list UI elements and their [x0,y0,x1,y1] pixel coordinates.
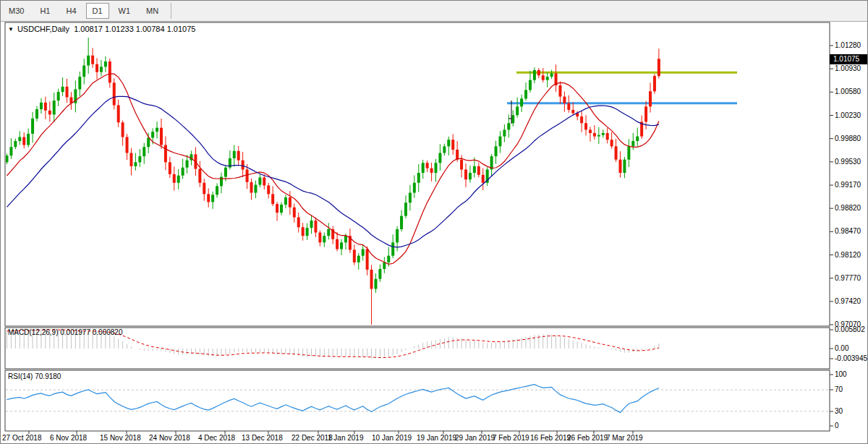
time-axis-label: 26 Feb 2019 [567,434,608,442]
price-axis-tick: 0.99880 [835,135,861,142]
price-axis-tick: 1.00930 [835,64,861,72]
time-axis-label: 10 Jan 2019 [372,434,412,442]
rsi-axis-tick: 100 [835,370,847,378]
price-axis-tick: 1.00580 [835,87,861,95]
time-axis-label: 16 Feb 2019 [530,434,571,442]
timeframe-toolbar: M30H1H4D1W1MN [1,1,868,22]
timeframe-button-h1[interactable]: H1 [33,3,56,19]
macd-pane[interactable] [5,328,830,369]
time-axis-label: 15 Nov 2018 [100,434,141,442]
toolbar-divider [171,3,171,19]
timeframe-button-w1[interactable]: W1 [112,3,137,19]
current-price-tag: 1.01075 [830,54,868,64]
time-axis-label: 7 Mar 2019 [606,434,643,442]
chart-title: ▼USDCHF,Daily 1.00817 1.01233 1.00784 1.… [8,25,195,33]
price-axis-tick: 1.01280 [835,41,861,49]
rsi-axis-tick: 0 [835,422,839,430]
trading-platform-window: M30H1H4D1W1MN ▼USDCHF,Daily 1.00817 1.01… [0,0,868,444]
time-axis-label: 22 Dec 2018 [292,434,333,442]
time-axis-label: 19 Jan 2019 [417,434,456,442]
rsi-pane[interactable] [5,370,830,431]
macd-axis-tick: 0.005802 [835,325,865,333]
time-axis-label: 24 Nov 2018 [149,434,190,442]
chart-canvas[interactable] [1,1,868,444]
timeframe-button-h4[interactable]: H4 [59,3,82,19]
dropdown-arrow-icon[interactable]: ▼ [8,26,14,33]
rsi-indicator-label: RSI(14) 70.9180 [8,372,61,380]
price-axis-tick: 0.98120 [835,251,861,259]
ohlc-quote-values: 1.00817 1.01233 1.00784 1.01075 [74,25,195,33]
price-axis-tick: 0.97770 [835,274,861,282]
price-axis-tick: 0.99530 [835,158,861,166]
timeframe-button-m30[interactable]: M30 [2,3,30,19]
price-axis-tick: 0.99170 [835,181,861,189]
time-axis-label: 7 Feb 2019 [493,434,529,442]
time-axis-label: 1 Jan 2019 [328,434,364,442]
time-axis-label: 29 Jan 2019 [455,434,495,442]
price-axis-tick: 0.98470 [835,227,861,235]
time-axis-label: 13 Dec 2018 [242,434,283,442]
macd-axis-tick: 0.00 [835,344,848,352]
time-axis-label: 4 Dec 2018 [198,434,235,442]
macd-axis-tick: -0.003945 [835,354,867,362]
rsi-axis-tick: 30 [835,407,843,415]
timeframe-button-mn[interactable]: MN [140,3,165,19]
macd-indicator-label: MACD(12,26,9) 0.001977 0.000820 [8,328,122,336]
symbol-label: USDCHF,Daily [17,25,69,33]
timeframe-button-d1[interactable]: D1 [86,3,109,19]
rsi-axis-tick: 70 [835,385,843,393]
time-axis-label: 27 Oct 2018 [2,434,41,442]
price-axis-tick: 0.97420 [835,297,861,305]
price-axis-tick: 1.00230 [835,111,861,119]
time-axis-label: 6 Nov 2018 [50,434,87,442]
price-axis-tick: 0.98820 [835,204,861,212]
